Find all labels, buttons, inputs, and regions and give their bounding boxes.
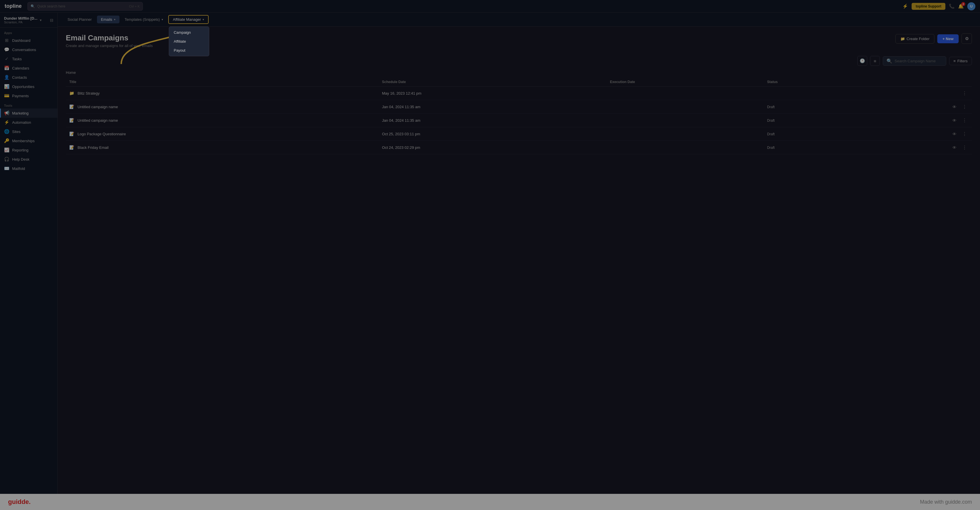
sidebar-item-label: Dashboard	[12, 38, 30, 43]
row-actions: 👁 ⋮	[853, 117, 969, 124]
support-button[interactable]: topline Support	[912, 3, 945, 10]
cell-title: 📝 Logo Package Questionnaire	[66, 127, 379, 141]
more-options-button[interactable]: ⋮	[961, 117, 969, 124]
sidebar-item-label: Opportunities	[12, 84, 34, 89]
sidebar-item-sites[interactable]: 🌐 Sites	[0, 127, 57, 136]
campaign-title: Untitled campaign name	[78, 105, 118, 109]
search-campaign-wrapper[interactable]: 🔍	[883, 56, 946, 66]
col-title: Title	[66, 78, 379, 87]
page-title-group: Email Campaigns Create and manage campai…	[66, 33, 153, 48]
cell-status: Draft	[764, 141, 850, 154]
filter-icon: ≡	[953, 59, 956, 63]
new-campaign-button[interactable]: + New	[937, 34, 959, 43]
cell-execution	[606, 141, 764, 154]
more-options-button[interactable]: ⋮	[961, 144, 969, 151]
sidebar-item-opportunities[interactable]: 📊 Opportunities	[0, 82, 57, 91]
sidebar-item-marketing[interactable]: 📢 Marketing	[0, 108, 57, 118]
list-view-button[interactable]: ≡	[870, 56, 880, 66]
sidebar-item-conversations[interactable]: 💬 Conversations	[0, 45, 57, 54]
page-content: Email Campaigns Create and manage campai…	[58, 27, 980, 494]
sidebar-item-calendars[interactable]: 📅 Calendars	[0, 64, 57, 73]
cell-title: 📝 Untitled campaign name	[66, 100, 379, 114]
cell-title: 📁 Blitz Strategy	[66, 87, 379, 100]
tab-templates[interactable]: Templates (Snippets) ▾	[121, 16, 167, 23]
dropdown-item-affiliate[interactable]: Affiliate	[169, 37, 209, 46]
sidebar-item-label: Reporting	[12, 148, 28, 152]
nav-right-section: ⚡ topline Support 📞 🔔 2 U	[902, 2, 975, 10]
search-campaign-input[interactable]	[894, 59, 942, 63]
helpdesk-icon: 🎧	[4, 157, 9, 162]
preview-button[interactable]: 👁	[951, 131, 958, 137]
status-badge: Draft	[767, 105, 775, 109]
guidde-footer: guidde. Made with guidde.com	[0, 494, 980, 510]
memberships-icon: 🔑	[4, 138, 9, 143]
sidebar-item-memberships[interactable]: 🔑 Memberships	[0, 136, 57, 145]
top-navigation: topline 🔍 Quick search here Ctrl + K ⚡ t…	[0, 0, 980, 13]
preview-button[interactable]: 👁	[951, 104, 958, 110]
tab-label: Affiliate Manager	[173, 17, 201, 22]
templates-dropdown-arrow-icon: ▾	[162, 18, 163, 21]
page-title: Email Campaigns	[66, 33, 153, 42]
workspace-info: Dunder Mifflin [D... Scranton, PA	[4, 16, 38, 24]
sidebar-item-label: Tasks	[12, 57, 22, 61]
sidebar-item-label: Help Desk	[12, 157, 29, 162]
search-icon: 🔍	[30, 4, 35, 8]
dropdown-item-campaign[interactable]: Campaign	[169, 28, 209, 37]
settings-button[interactable]: ⚙	[961, 33, 972, 44]
campaign-title: Blitz Strategy	[78, 91, 100, 95]
phone-icon[interactable]: 📞	[949, 3, 955, 9]
cell-actions: 👁 ⋮	[850, 100, 972, 114]
sidebar-item-contacts[interactable]: 👤 Contacts	[0, 73, 57, 82]
cell-schedule: Oct 24, 2023 02:29 pm	[379, 141, 606, 154]
sidebar-item-label: Memberships	[12, 139, 35, 143]
col-schedule: Schedule Date	[379, 78, 606, 87]
sidebar-item-helpdesk[interactable]: 🎧 Help Desk	[0, 155, 57, 164]
row-type-icon: 📝	[69, 132, 74, 136]
cell-status: Draft	[764, 100, 850, 114]
tab-label: Templates (Snippets)	[125, 17, 160, 22]
more-options-button[interactable]: ⋮	[961, 103, 969, 110]
sidebar-item-tasks[interactable]: ✓ Tasks	[0, 54, 57, 64]
global-search[interactable]: 🔍 Quick search here Ctrl + K	[27, 2, 143, 11]
user-avatar[interactable]: U	[967, 2, 975, 10]
dropdown-item-payout[interactable]: Payout	[169, 46, 209, 55]
sub-navigation: Social Planner Emails ▾ Templates (Snipp…	[58, 13, 980, 27]
cell-status: Draft	[764, 127, 850, 141]
filters-button[interactable]: ≡ Filters	[949, 57, 972, 65]
cell-actions: ⋮	[850, 87, 972, 100]
table-controls: 🕐 ≡ 🔍 ≡ Filters	[66, 56, 972, 66]
page-actions: 📁 Create Folder + New ⚙	[896, 33, 972, 44]
notifications-bell[interactable]: 🔔 2	[958, 3, 964, 9]
tab-label: Emails	[101, 17, 112, 22]
sidebar-item-payments[interactable]: 💳 Payments	[0, 91, 57, 100]
mailfold-icon: ✉️	[4, 166, 9, 171]
cell-actions: 👁 ⋮	[850, 141, 972, 154]
sidebar-item-label: Sites	[12, 130, 21, 134]
sidebar-item-automation[interactable]: ⚡ Automation	[0, 118, 57, 127]
tools-section-label: Tools	[0, 100, 57, 108]
campaigns-table: Title Schedule Date Execution Date Statu…	[66, 78, 972, 154]
tasks-icon: ✓	[4, 56, 9, 62]
row-type-icon: 📝	[69, 105, 74, 109]
cell-schedule: Jan 04, 2024 11:35 am	[379, 114, 606, 127]
sidebar-item-mailfold[interactable]: ✉️ Mailfold	[0, 164, 57, 173]
more-options-button[interactable]: ⋮	[961, 90, 969, 96]
layout-toggle-icon[interactable]: ⊟	[50, 18, 53, 22]
tab-emails[interactable]: Emails ▾	[97, 16, 119, 23]
more-options-button[interactable]: ⋮	[961, 131, 969, 137]
apps-section-label: Apps	[0, 28, 57, 36]
tab-affiliate-manager[interactable]: Affiliate Manager ▾ Campaign Affiliate P…	[168, 15, 208, 24]
preview-button[interactable]: 👁	[951, 118, 958, 124]
sidebar-item-reporting[interactable]: 📈 Reporting	[0, 145, 57, 155]
clock-view-button[interactable]: 🕐	[858, 56, 867, 66]
sidebar-item-dashboard[interactable]: ⊞ Dashboard	[0, 36, 57, 45]
gear-icon: ⚙	[965, 36, 969, 41]
reporting-icon: 📈	[4, 148, 9, 153]
tab-social-planner[interactable]: Social Planner	[64, 16, 96, 23]
list-icon: ≡	[874, 59, 877, 64]
create-folder-button[interactable]: 📁 Create Folder	[896, 34, 934, 44]
guidde-logo: guidde.	[8, 498, 30, 506]
lightning-icon[interactable]: ⚡	[902, 3, 908, 9]
workspace-header[interactable]: Dunder Mifflin [D... Scranton, PA ▾ ⊟	[0, 13, 57, 28]
preview-button[interactable]: 👁	[951, 145, 958, 151]
